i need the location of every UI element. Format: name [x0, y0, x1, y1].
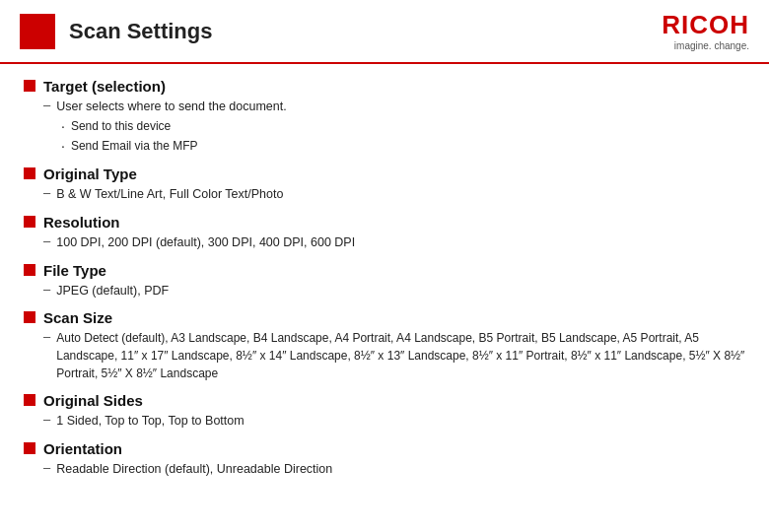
dash-symbol: –: [43, 233, 50, 248]
section-title-target: Target (selection): [43, 78, 166, 95]
main-content: Target (selection)–User selects where to…: [0, 64, 769, 499]
bullet-dot: ·: [61, 117, 65, 137]
section-header-file-type: File Type: [24, 262, 745, 279]
dash-symbol: –: [43, 460, 50, 475]
dash-item-scan-size-0: –Auto Detect (default), A3 Landscape, B4…: [43, 329, 745, 382]
red-square-resolution: [24, 216, 35, 228]
dash-item-target-0: –User selects where to send the document…: [43, 98, 745, 116]
ricoh-tagline: imagine. change.: [662, 40, 749, 52]
red-square-scan-size: [24, 311, 35, 323]
bullet-text-target-1: Send Email via the MFP: [71, 137, 198, 155]
section-scan-size: Scan Size–Auto Detect (default), A3 Land…: [24, 309, 745, 382]
dash-symbol: –: [43, 98, 50, 112]
dash-item-orientation-0: –Readable Direction (default), Unreadabl…: [43, 460, 745, 479]
dash-text-file-type-0: JPEG (default), PDF: [56, 282, 169, 300]
bullet-dot: ·: [61, 137, 65, 157]
section-target: Target (selection)–User selects where to…: [24, 78, 745, 156]
section-original-type: Original Type–B & W Text/Line Art, Full …: [24, 166, 745, 204]
section-title-original-sides: Original Sides: [43, 392, 143, 409]
section-header-resolution: Resolution: [24, 214, 745, 231]
section-header-scan-size: Scan Size: [24, 309, 745, 326]
section-header-original-sides: Original Sides: [24, 392, 745, 409]
section-body-file-type: –JPEG (default), PDF: [43, 282, 745, 300]
bullet-list-target: ·Send to this device·Send Email via the …: [61, 117, 745, 156]
dash-item-original-sides-0: –1 Sided, Top to Top, Top to Bottom: [43, 412, 745, 431]
dash-text-original-sides-0: 1 Sided, Top to Top, Top to Bottom: [56, 412, 244, 431]
page-header: Scan Settings RICOH imagine. change.: [0, 0, 769, 64]
dash-symbol: –: [43, 412, 50, 427]
dash-text-scan-size-0: Auto Detect (default), A3 Landscape, B4 …: [56, 329, 745, 382]
dash-text-orientation-0: Readable Direction (default), Unreadable…: [56, 460, 332, 479]
section-body-orientation: –Readable Direction (default), Unreadabl…: [43, 460, 745, 479]
red-square-orientation: [24, 442, 35, 454]
dash-item-file-type-0: –JPEG (default), PDF: [43, 282, 745, 300]
section-header-original-type: Original Type: [24, 166, 745, 182]
dash-symbol: –: [43, 185, 50, 200]
section-title-file-type: File Type: [43, 262, 106, 279]
dash-symbol: –: [43, 282, 50, 297]
dash-text-resolution-0: 100 DPI, 200 DPI (default), 300 DPI, 400…: [56, 233, 355, 252]
dash-text-target-0: User selects where to send the document.: [56, 98, 286, 116]
page-title: Scan Settings: [69, 19, 662, 44]
section-original-sides: Original Sides–1 Sided, Top to Top, Top …: [24, 392, 745, 431]
section-header-target: Target (selection): [24, 78, 745, 95]
section-orientation: Orientation–Readable Direction (default)…: [24, 440, 745, 479]
ricoh-brand-name: RICOH: [662, 10, 749, 40]
logo-red-box: [20, 14, 55, 49]
ricoh-logo: RICOH imagine. change.: [662, 10, 749, 52]
red-square-file-type: [24, 264, 35, 276]
section-title-orientation: Orientation: [43, 440, 122, 457]
dash-item-original-type-0: –B & W Text/Line Art, Full Color Text/Ph…: [43, 185, 745, 204]
dash-symbol: –: [43, 329, 50, 344]
section-file-type: File Type–JPEG (default), PDF: [24, 262, 745, 300]
red-square-original-type: [24, 167, 35, 179]
section-body-original-sides: –1 Sided, Top to Top, Top to Bottom: [43, 412, 745, 431]
dash-text-original-type-0: B & W Text/Line Art, Full Color Text/Pho…: [56, 185, 283, 204]
section-resolution: Resolution–100 DPI, 200 DPI (default), 3…: [24, 214, 745, 252]
bullet-text-target-0: Send to this device: [71, 117, 171, 135]
section-body-resolution: –100 DPI, 200 DPI (default), 300 DPI, 40…: [43, 233, 745, 252]
section-title-scan-size: Scan Size: [43, 309, 112, 326]
section-header-orientation: Orientation: [24, 440, 745, 457]
red-square-target: [24, 80, 35, 92]
section-body-target: –User selects where to send the document…: [43, 98, 745, 156]
section-title-resolution: Resolution: [43, 214, 120, 231]
bullet-item-target-0: ·Send to this device: [61, 117, 745, 137]
section-body-scan-size: –Auto Detect (default), A3 Landscape, B4…: [43, 329, 745, 382]
red-square-original-sides: [24, 394, 35, 406]
section-body-original-type: –B & W Text/Line Art, Full Color Text/Ph…: [43, 185, 745, 204]
dash-item-resolution-0: –100 DPI, 200 DPI (default), 300 DPI, 40…: [43, 233, 745, 252]
section-title-original-type: Original Type: [43, 166, 137, 182]
bullet-item-target-1: ·Send Email via the MFP: [61, 137, 745, 157]
